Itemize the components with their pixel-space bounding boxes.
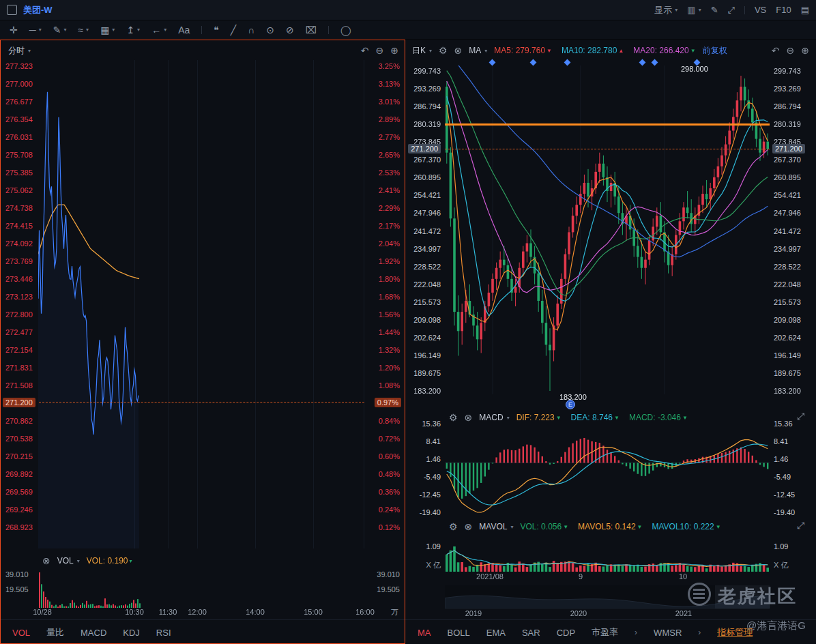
- daily-last-price-line: [445, 149, 770, 149]
- zoom-out-icon[interactable]: ⊖: [376, 45, 384, 56]
- arrow-tool-icon[interactable]: ←▾: [151, 25, 166, 35]
- mavol-selector[interactable]: MAVOL▾: [479, 522, 513, 531]
- macd-selector[interactable]: MACD▾: [479, 413, 509, 422]
- indicator-settings-icon[interactable]: ⚙: [449, 412, 458, 423]
- indicator-close-icon[interactable]: ⊗: [454, 45, 463, 56]
- macd-axis-tick: -12.45: [774, 491, 795, 499]
- ma-selector[interactable]: MA▾: [469, 46, 487, 55]
- daily-candlestick-chart[interactable]: [445, 65, 770, 394]
- macd-value[interactable]: MACD: -3.046▼: [629, 413, 688, 422]
- continuous-draw-icon[interactable]: ⊙: [266, 25, 274, 35]
- intraday-price-tick: 269.892: [5, 470, 33, 478]
- adjust-mode-link[interactable]: 前复权: [703, 45, 727, 57]
- macd-expand-icon[interactable]: ⤢: [797, 411, 804, 422]
- intraday-last-price-line: [39, 402, 364, 402]
- window-icon[interactable]: [7, 5, 17, 15]
- vs-button[interactable]: VS: [755, 5, 766, 15]
- period-label: 分时: [8, 45, 25, 57]
- tab-EMA[interactable]: EMA: [486, 628, 506, 638]
- tab-量比[interactable]: 量比: [46, 626, 64, 639]
- tabs-scroll-icon[interactable]: ›: [698, 628, 701, 637]
- fib-tool-icon[interactable]: ↥▾: [126, 25, 140, 35]
- ma5-value[interactable]: MA5: 279.760▼: [494, 46, 552, 55]
- tab-WMSR[interactable]: WMSR: [654, 628, 682, 638]
- topbar-right: 显示▾ ▥▾ ✎ ⤢ VS F10 ▤: [654, 4, 809, 16]
- intraday-percent-tick: 3.25%: [379, 62, 400, 70]
- pen-tool-icon[interactable]: ✎▾: [53, 25, 67, 35]
- mavol-expand-icon[interactable]: ⤢: [797, 520, 804, 531]
- intraday-percent-tick: 2.41%: [379, 186, 400, 194]
- ellipse-tool-icon[interactable]: ◯: [340, 25, 351, 35]
- chevron-down-icon: ▾: [112, 27, 115, 33]
- restore-chart-icon[interactable]: ↶: [361, 45, 369, 56]
- intraday-price-chart[interactable]: [38, 60, 364, 548]
- pattern-tool-icon[interactable]: ▦▾: [100, 25, 115, 35]
- zoom-in-icon[interactable]: ⊕: [801, 45, 809, 56]
- intraday-price-tick: 270.538: [5, 435, 33, 443]
- zoom-in-icon[interactable]: ⊕: [390, 45, 398, 56]
- restore-chart-icon[interactable]: ↶: [772, 45, 780, 56]
- value-direction-icon: ▼: [556, 415, 562, 421]
- f10-button[interactable]: F10: [776, 5, 791, 15]
- ma10-value[interactable]: MA10: 282.780▲: [562, 46, 624, 55]
- delete-drawing-icon[interactable]: ⌧: [306, 25, 317, 35]
- mavol5-value[interactable]: MAVOL5: 0.142▼: [578, 522, 642, 531]
- tab-MA[interactable]: MA: [418, 628, 431, 638]
- move-tool-icon[interactable]: ✛: [10, 25, 18, 35]
- dif-value[interactable]: DIF: 7.223▼: [516, 413, 562, 422]
- intraday-price-tick: 270.862: [5, 417, 33, 425]
- comment-tool-icon[interactable]: ❝: [214, 25, 219, 35]
- daily-price-tick: 286.794: [774, 102, 801, 111]
- mavol10-value[interactable]: MAVOL10: 0.222▼: [652, 522, 721, 531]
- macd-axis-tick: -5.49: [774, 473, 791, 481]
- tab-MACD[interactable]: MACD: [81, 628, 106, 638]
- wave-tool-icon[interactable]: ≈▾: [78, 25, 89, 35]
- intraday-volume-chart[interactable]: [38, 568, 364, 609]
- period-selector-intraday[interactable]: 分时▾: [8, 45, 31, 57]
- indicator-close-icon[interactable]: ⊗: [465, 412, 473, 423]
- indicator-close-icon[interactable]: ⊗: [465, 521, 473, 532]
- tab-KDJ[interactable]: KDJ: [123, 628, 140, 638]
- intraday-price-tick: 277.323: [5, 62, 33, 70]
- daily-macd-chart[interactable]: [445, 416, 770, 518]
- tab-RSI[interactable]: RSI: [156, 628, 171, 638]
- drawing-toolbar: ✛─▾✎▾≈▾▦▾↥▾←▾Aa❝╱∩⊙⊘⌧◯: [0, 20, 816, 40]
- display-menu[interactable]: 显示▾: [654, 4, 677, 16]
- quote-page-icon[interactable]: ▤: [801, 5, 809, 15]
- intraday-percent-tick: 1.56%: [379, 310, 400, 319]
- zoom-out-icon[interactable]: ⊖: [787, 45, 795, 56]
- drawn-horizontal-line[interactable]: [445, 123, 770, 126]
- vol-value[interactable]: VOL: 0.190▾: [87, 556, 132, 566]
- fullscreen-icon[interactable]: ⤢: [728, 5, 735, 16]
- dvol-value[interactable]: VOL: 0.056▼: [520, 522, 568, 531]
- ray-tool-icon[interactable]: ╱: [231, 25, 236, 35]
- dea-value[interactable]: DEA: 8.746▼: [571, 413, 620, 422]
- indicator-settings-icon[interactable]: ⚙: [449, 521, 458, 532]
- tab-市盈率[interactable]: 市盈率: [592, 626, 618, 639]
- tabs-scroll-icon[interactable]: ›: [635, 628, 637, 637]
- trendline-tool-icon[interactable]: ─▾: [29, 25, 42, 35]
- hide-drawings-icon[interactable]: ⊘: [286, 25, 294, 35]
- text-tool-icon[interactable]: Aa: [178, 25, 190, 35]
- indicator-close-icon[interactable]: ⊗: [42, 555, 50, 566]
- layout-menu[interactable]: ▥▾: [687, 5, 701, 15]
- vol-indicator-selector[interactable]: VOL▾: [57, 556, 80, 566]
- tab-VOL[interactable]: VOL: [12, 628, 30, 638]
- topbar: 美团-W 显示▾ ▥▾ ✎ ⤢ VS F10 ▤: [0, 0, 816, 20]
- edit-icon[interactable]: ✎: [711, 5, 718, 15]
- tab-SAR[interactable]: SAR: [522, 628, 540, 638]
- divider: [1, 619, 405, 620]
- chevron-down-icon: ▾: [63, 27, 66, 33]
- magnet-tool-icon[interactable]: ∩: [248, 25, 254, 35]
- indicator-settings-icon[interactable]: ⚙: [439, 45, 448, 56]
- vol-unit-label: 万: [391, 608, 398, 616]
- symbol-title[interactable]: 美团-W: [23, 4, 53, 16]
- ma20-value[interactable]: MA20: 266.420▼: [633, 46, 695, 55]
- tab-CDP[interactable]: CDP: [557, 628, 575, 638]
- event-badge[interactable]: E: [566, 400, 575, 409]
- intraday-price-tick: 276.031: [5, 133, 33, 141]
- tab-BOLL[interactable]: BOLL: [448, 628, 470, 638]
- period-selector-daily[interactable]: 日K▾: [412, 45, 432, 57]
- daily-volume-chart[interactable]: [445, 536, 770, 573]
- daily-price-tick: 202.624: [774, 334, 801, 342]
